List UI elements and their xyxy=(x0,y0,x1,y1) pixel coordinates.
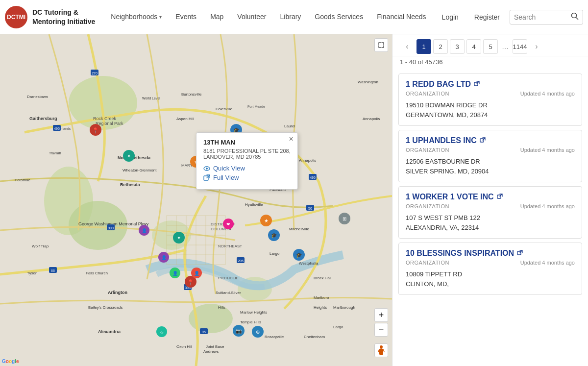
eye-icon xyxy=(203,165,210,172)
svg-text:🎓: 🎓 xyxy=(271,232,277,239)
pagination-page-4[interactable]: 4 xyxy=(466,39,481,54)
listing-title-3[interactable]: 10 BLESSINGS INSPIRATION xyxy=(406,249,575,258)
search-submit-button[interactable] xyxy=(571,12,579,22)
popup-full-view-button[interactable]: Full View xyxy=(203,174,291,181)
header: DCTMI DC Tutoring & Mentoring Initiative… xyxy=(0,0,588,34)
svg-text:Regional Park: Regional Park xyxy=(96,121,123,126)
pagination-page-1[interactable]: 1 xyxy=(416,39,431,54)
listing-title-0[interactable]: 1 REDD BAG LTD xyxy=(406,80,575,89)
svg-text:📍: 📍 xyxy=(92,127,99,134)
svg-text:Marlboro: Marlboro xyxy=(314,295,329,300)
svg-text:Potomac: Potomac xyxy=(15,178,30,182)
svg-text:Hills: Hills xyxy=(218,305,225,310)
login-button[interactable]: Login xyxy=(436,9,465,25)
search-input[interactable] xyxy=(514,13,568,21)
svg-text:Suitland-Silver: Suitland-Silver xyxy=(216,291,241,295)
street-view-button[interactable] xyxy=(374,343,388,357)
listing-title-2[interactable]: 1 WORKER 1 VOTE INC xyxy=(406,193,575,201)
listing-card-1: 1 UPHANDLES INC ORGANIZATION Updated 4 m… xyxy=(398,130,582,182)
nav-library[interactable]: Library xyxy=(274,9,307,24)
listing-meta-3: ORGANIZATION Updated 4 months ago xyxy=(406,260,575,266)
svg-text:Largo: Largo xyxy=(270,251,280,256)
svg-text:Darnestown: Darnestown xyxy=(27,95,48,99)
listing-card-0: 1 REDD BAG LTD ORGANIZATION Updated 4 mo… xyxy=(398,73,582,126)
external-link-icon-1 xyxy=(480,137,486,145)
google-logo: Google xyxy=(2,359,19,364)
dropdown-chevron-icon: ▾ xyxy=(159,14,162,20)
external-link-icon xyxy=(203,174,210,181)
listing-type-1: ORGANIZATION xyxy=(406,147,449,153)
nav-map[interactable]: Map xyxy=(204,9,229,24)
svg-text:Hyattsville: Hyattsville xyxy=(245,202,263,207)
external-link-icon-2 xyxy=(497,194,503,201)
svg-point-126 xyxy=(380,345,383,348)
svg-text:World Level: World Level xyxy=(142,97,160,100)
svg-text:Largo: Largo xyxy=(333,325,343,329)
svg-text:270: 270 xyxy=(92,72,98,75)
svg-text:Washington: Washington xyxy=(358,80,378,84)
svg-text:Bethesda: Bethesda xyxy=(120,182,141,187)
nav-financial-needs[interactable]: Financial Needs xyxy=(371,9,432,25)
popup-address: 8181 PROFESSIONAL PL STE 208, LANDOVER, … xyxy=(203,148,291,160)
pagination-page-2[interactable]: 2 xyxy=(433,39,448,54)
svg-text:Falls Church: Falls Church xyxy=(86,271,108,275)
svg-text:👤: 👤 xyxy=(161,255,167,261)
pagination-page-5[interactable]: 5 xyxy=(483,39,498,54)
listing-updated-2: Updated 4 months ago xyxy=(520,203,575,209)
pagination-last-page[interactable]: 1144 xyxy=(513,39,527,54)
zoom-in-button[interactable]: + xyxy=(374,308,388,322)
logo-area: DCTMI DC Tutoring & Mentoring Initiative xyxy=(5,6,95,28)
svg-text:Wolf Trap: Wolf Trap xyxy=(32,244,49,248)
popup-close-button[interactable]: × xyxy=(289,135,293,144)
svg-rect-133 xyxy=(517,251,521,255)
nav-volunteer[interactable]: Volunteer xyxy=(231,9,272,24)
listing-address-3: 10809 TIPPETT RD CLINTON, MD, xyxy=(406,269,575,289)
svg-text:PITCHCLIE: PITCHCLIE xyxy=(218,276,239,280)
svg-rect-130 xyxy=(474,82,478,86)
popup-quick-view-button[interactable]: Quick View xyxy=(203,165,291,172)
nav-neighborhoods[interactable]: Neighborhoods ▾ xyxy=(105,9,168,24)
svg-text:Gaithersburg: Gaithersburg xyxy=(29,116,57,121)
zoom-out-button[interactable]: − xyxy=(374,323,388,337)
map-area[interactable]: Rock Creek Regional Park Gaithersburg Da… xyxy=(0,34,392,366)
nav-events[interactable]: Events xyxy=(170,9,202,24)
svg-text:495: 495 xyxy=(310,176,316,179)
nav-right: Login Register xyxy=(436,9,583,25)
svg-text:Annapolis: Annapolis xyxy=(299,158,316,163)
map-popup: × 13TH MAN 8181 PROFESSIONAL PL STE 208,… xyxy=(196,132,298,190)
svg-text:Bailey's Crossroads: Bailey's Crossroads xyxy=(88,305,122,310)
external-link-icon-3 xyxy=(517,250,523,257)
pagination-prev[interactable]: ‹ xyxy=(400,39,415,54)
svg-text:Arlington: Arlington xyxy=(108,290,127,295)
svg-text:👤: 👤 xyxy=(142,228,147,234)
svg-text:66: 66 xyxy=(51,269,55,272)
expand-icon xyxy=(378,42,385,49)
svg-text:Temple Hills: Temple Hills xyxy=(240,320,261,324)
listing-type-0: ORGANIZATION xyxy=(406,91,449,97)
svg-text:Colesville: Colesville xyxy=(216,107,233,111)
svg-text:Brock Hall: Brock Hall xyxy=(314,276,332,280)
listing-title-1[interactable]: 1 UPHANDLES INC xyxy=(406,136,575,145)
svg-line-1 xyxy=(576,17,579,20)
person-icon xyxy=(378,345,385,356)
listing-meta-0: ORGANIZATION Updated 4 months ago xyxy=(406,91,575,97)
pagination: ‹ 1 2 3 4 5 … 1144 › xyxy=(392,34,588,56)
nav-goods-services[interactable]: Goods Services xyxy=(309,9,369,25)
svg-text:Westphalia: Westphalia xyxy=(299,261,318,266)
listing-type-3: ORGANIZATION xyxy=(406,260,449,266)
svg-text:Burtonsville: Burtonsville xyxy=(181,92,202,97)
pagination-next[interactable]: › xyxy=(529,39,544,54)
svg-text:Wheaton-Glenmont: Wheaton-Glenmont xyxy=(122,168,157,172)
listing-meta-2: ORGANIZATION Updated 4 months ago xyxy=(406,203,575,209)
svg-text:Marlow Heights: Marlow Heights xyxy=(240,310,267,315)
pagination-ellipsis: … xyxy=(500,43,511,50)
map-zoom-controls: + − xyxy=(374,308,388,337)
listing-type-2: ORGANIZATION xyxy=(406,203,449,209)
svg-text:📍: 📍 xyxy=(187,279,194,286)
map-expand-button[interactable] xyxy=(374,38,388,52)
listing-address-2: 107 S WEST ST PMB 122 ALEXANDRIA, VA, 22… xyxy=(406,213,575,232)
svg-text:✦: ✦ xyxy=(127,153,131,159)
pagination-page-3[interactable]: 3 xyxy=(450,39,465,54)
register-button[interactable]: Register xyxy=(468,9,506,25)
svg-text:⊞: ⊞ xyxy=(343,216,346,221)
